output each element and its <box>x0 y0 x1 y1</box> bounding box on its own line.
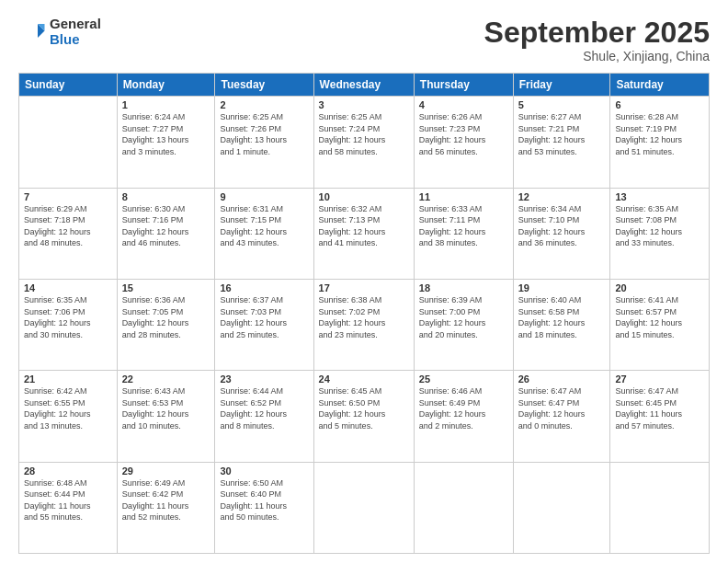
day-info: Sunrise: 6:48 AM Sunset: 6:44 PM Dayligh… <box>24 477 112 523</box>
col-header-monday: Monday <box>117 74 215 97</box>
day-cell: 13Sunrise: 6:35 AM Sunset: 7:08 PM Dayli… <box>610 188 710 279</box>
day-cell: 1Sunrise: 6:24 AM Sunset: 7:27 PM Daylig… <box>117 97 215 188</box>
day-number: 2 <box>220 99 308 110</box>
day-cell: 19Sunrise: 6:40 AM Sunset: 6:58 PM Dayli… <box>513 279 610 370</box>
day-cell: 17Sunrise: 6:38 AM Sunset: 7:02 PM Dayli… <box>313 279 414 370</box>
day-info: Sunrise: 6:46 AM Sunset: 6:49 PM Dayligh… <box>419 385 508 431</box>
day-number: 22 <box>122 373 210 385</box>
day-cell: 26Sunrise: 6:47 AM Sunset: 6:47 PM Dayli… <box>513 371 610 462</box>
day-info: Sunrise: 6:26 AM Sunset: 7:23 PM Dayligh… <box>419 111 508 157</box>
day-cell: 21Sunrise: 6:42 AM Sunset: 6:55 PM Dayli… <box>19 371 118 462</box>
subtitle: Shule, Xinjiang, China <box>484 49 710 63</box>
day-cell: 27Sunrise: 6:47 AM Sunset: 6:45 PM Dayli… <box>610 371 710 462</box>
day-number: 18 <box>419 282 508 293</box>
day-info: Sunrise: 6:33 AM Sunset: 7:11 PM Dayligh… <box>419 203 508 249</box>
day-cell <box>313 462 414 553</box>
day-cell: 8Sunrise: 6:30 AM Sunset: 7:16 PM Daylig… <box>117 188 215 279</box>
logo-general-text: General <box>50 17 101 32</box>
day-cell: 24Sunrise: 6:45 AM Sunset: 6:50 PM Dayli… <box>313 371 414 462</box>
day-number: 24 <box>319 373 409 385</box>
day-info: Sunrise: 6:25 AM Sunset: 7:26 PM Dayligh… <box>220 111 308 157</box>
day-number: 9 <box>220 191 308 202</box>
day-number: 11 <box>419 191 508 202</box>
day-cell: 22Sunrise: 6:43 AM Sunset: 6:53 PM Dayli… <box>117 371 215 462</box>
day-cell: 6Sunrise: 6:28 AM Sunset: 7:19 PM Daylig… <box>610 97 710 188</box>
day-number: 16 <box>220 282 308 293</box>
day-number: 13 <box>615 191 704 202</box>
col-header-thursday: Thursday <box>414 74 513 97</box>
day-cell: 23Sunrise: 6:44 AM Sunset: 6:52 PM Dayli… <box>215 371 313 462</box>
title-block: September 2025 Shule, Xinjiang, China <box>484 17 710 63</box>
week-row-2: 7Sunrise: 6:29 AM Sunset: 7:18 PM Daylig… <box>19 188 710 279</box>
day-number: 10 <box>319 191 409 202</box>
week-row-1: 1Sunrise: 6:24 AM Sunset: 7:27 PM Daylig… <box>19 97 710 188</box>
day-info: Sunrise: 6:36 AM Sunset: 7:05 PM Dayligh… <box>122 294 210 340</box>
day-cell: 7Sunrise: 6:29 AM Sunset: 7:18 PM Daylig… <box>19 188 118 279</box>
week-row-3: 14Sunrise: 6:35 AM Sunset: 7:06 PM Dayli… <box>19 279 710 370</box>
day-cell: 16Sunrise: 6:37 AM Sunset: 7:03 PM Dayli… <box>215 279 313 370</box>
day-number: 15 <box>122 282 210 293</box>
day-info: Sunrise: 6:42 AM Sunset: 6:55 PM Dayligh… <box>24 385 112 431</box>
day-cell: 29Sunrise: 6:49 AM Sunset: 6:42 PM Dayli… <box>117 462 215 553</box>
col-header-sunday: Sunday <box>19 74 118 97</box>
day-info: Sunrise: 6:40 AM Sunset: 6:58 PM Dayligh… <box>518 294 606 340</box>
day-cell: 30Sunrise: 6:50 AM Sunset: 6:40 PM Dayli… <box>215 462 313 553</box>
day-number: 26 <box>518 373 606 385</box>
col-header-saturday: Saturday <box>610 74 710 97</box>
day-number: 7 <box>24 191 112 202</box>
day-info: Sunrise: 6:34 AM Sunset: 7:10 PM Dayligh… <box>518 203 606 249</box>
day-info: Sunrise: 6:47 AM Sunset: 6:45 PM Dayligh… <box>615 385 704 431</box>
day-cell <box>19 97 118 188</box>
day-info: Sunrise: 6:35 AM Sunset: 7:06 PM Dayligh… <box>24 294 112 340</box>
day-info: Sunrise: 6:24 AM Sunset: 7:27 PM Dayligh… <box>122 111 210 157</box>
day-info: Sunrise: 6:31 AM Sunset: 7:15 PM Dayligh… <box>220 203 308 249</box>
day-cell: 18Sunrise: 6:39 AM Sunset: 7:00 PM Dayli… <box>414 279 513 370</box>
header: General Blue September 2025 Shule, Xinji… <box>18 17 710 63</box>
day-number: 28 <box>24 465 112 477</box>
day-number: 17 <box>319 282 409 293</box>
day-cell: 5Sunrise: 6:27 AM Sunset: 7:21 PM Daylig… <box>513 97 610 188</box>
day-info: Sunrise: 6:30 AM Sunset: 7:16 PM Dayligh… <box>122 203 210 249</box>
col-header-tuesday: Tuesday <box>215 74 313 97</box>
day-number: 23 <box>220 373 308 385</box>
day-cell: 3Sunrise: 6:25 AM Sunset: 7:24 PM Daylig… <box>313 97 414 188</box>
day-number: 6 <box>615 99 704 110</box>
day-info: Sunrise: 6:25 AM Sunset: 7:24 PM Dayligh… <box>319 111 409 157</box>
logo-icon <box>18 18 46 46</box>
day-cell: 10Sunrise: 6:32 AM Sunset: 7:13 PM Dayli… <box>313 188 414 279</box>
day-info: Sunrise: 6:35 AM Sunset: 7:08 PM Dayligh… <box>615 203 704 249</box>
day-number: 20 <box>615 282 704 293</box>
day-cell: 14Sunrise: 6:35 AM Sunset: 7:06 PM Dayli… <box>19 279 118 370</box>
day-number: 1 <box>122 99 210 110</box>
day-number: 30 <box>220 465 308 477</box>
day-cell: 9Sunrise: 6:31 AM Sunset: 7:15 PM Daylig… <box>215 188 313 279</box>
day-cell: 4Sunrise: 6:26 AM Sunset: 7:23 PM Daylig… <box>414 97 513 188</box>
day-number: 21 <box>24 373 112 385</box>
week-row-5: 28Sunrise: 6:48 AM Sunset: 6:44 PM Dayli… <box>19 462 710 553</box>
col-header-wednesday: Wednesday <box>313 74 414 97</box>
day-info: Sunrise: 6:50 AM Sunset: 6:40 PM Dayligh… <box>220 477 308 523</box>
day-info: Sunrise: 6:47 AM Sunset: 6:47 PM Dayligh… <box>518 385 606 431</box>
day-info: Sunrise: 6:37 AM Sunset: 7:03 PM Dayligh… <box>220 294 308 340</box>
day-number: 4 <box>419 99 508 110</box>
day-info: Sunrise: 6:41 AM Sunset: 6:57 PM Dayligh… <box>615 294 704 340</box>
week-row-4: 21Sunrise: 6:42 AM Sunset: 6:55 PM Dayli… <box>19 371 710 462</box>
day-number: 12 <box>518 191 606 202</box>
day-cell <box>610 462 710 553</box>
day-cell: 28Sunrise: 6:48 AM Sunset: 6:44 PM Dayli… <box>19 462 118 553</box>
day-cell: 12Sunrise: 6:34 AM Sunset: 7:10 PM Dayli… <box>513 188 610 279</box>
day-cell: 2Sunrise: 6:25 AM Sunset: 7:26 PM Daylig… <box>215 97 313 188</box>
day-number: 29 <box>122 465 210 477</box>
day-cell: 11Sunrise: 6:33 AM Sunset: 7:11 PM Dayli… <box>414 188 513 279</box>
day-info: Sunrise: 6:29 AM Sunset: 7:18 PM Dayligh… <box>24 203 112 249</box>
day-cell <box>414 462 513 553</box>
col-header-friday: Friday <box>513 74 610 97</box>
day-number: 14 <box>24 282 112 293</box>
day-cell: 25Sunrise: 6:46 AM Sunset: 6:49 PM Dayli… <box>414 371 513 462</box>
day-info: Sunrise: 6:39 AM Sunset: 7:00 PM Dayligh… <box>419 294 508 340</box>
day-number: 8 <box>122 191 210 202</box>
day-number: 5 <box>518 99 606 110</box>
day-info: Sunrise: 6:38 AM Sunset: 7:02 PM Dayligh… <box>319 294 409 340</box>
day-number: 27 <box>615 373 704 385</box>
day-cell <box>513 462 610 553</box>
